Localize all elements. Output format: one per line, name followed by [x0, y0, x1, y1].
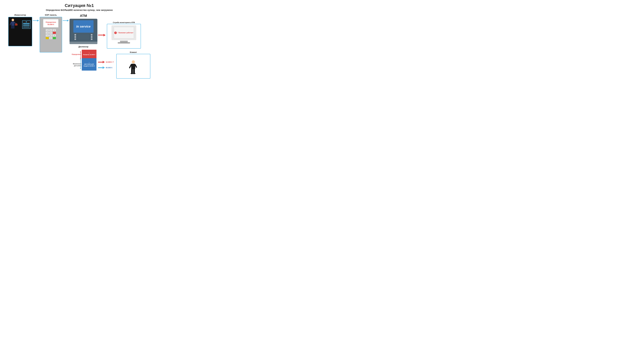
arrow-sop-to-atm [62, 19, 70, 22]
inkassator-label: Инкассатор [15, 14, 26, 16]
atm-to-monitor-row: Служба мониторинга АТМ ! ! Банкомат рабо… [98, 22, 151, 48]
right-area: Служба мониторинга АТМ ! ! Банкомат рабо… [98, 14, 151, 78]
inkassator-figure [10, 18, 18, 32]
drawer-arrow [26, 22, 27, 22]
arrow-line-blue [80, 60, 81, 68]
available-text: Доступно для выдачи 40.000 € [82, 63, 96, 67]
atm-screen: In service [73, 20, 94, 33]
monitor-screen-inner: ! ! Банкомат работает [114, 27, 134, 38]
svg-rect-2 [11, 26, 13, 29]
sop-box: Определено50.000 € 1 2 3 4 5 7 8 9 0 [40, 17, 62, 52]
dispenser-labels-col: Определено Физическидоступно [70, 50, 81, 70]
svg-rect-1 [11, 22, 15, 26]
svg-point-14 [132, 60, 135, 64]
red-amount-arrow [98, 61, 105, 63]
brace-red [80, 51, 81, 59]
sop-key-red[interactable] [53, 32, 56, 34]
client-figure [129, 60, 138, 77]
blue-amount-stem [98, 67, 103, 68]
shortage-amount-text: 10.000 € ? [106, 61, 114, 63]
available-amount-row: 40.000 € [98, 66, 114, 69]
arrow-line-red [80, 52, 81, 58]
atm-btn-l2[interactable] [75, 36, 76, 38]
brace-blue [80, 59, 81, 69]
sop-key-2[interactable]: 2 [49, 29, 52, 31]
sop-key-5[interactable]: 5 [49, 32, 52, 34]
svg-rect-17 [133, 69, 135, 74]
sop-key-8[interactable]: 8 [49, 34, 52, 36]
page-subtitle: Определено БОЛЬШЕЕ количество купюр, чем… [5, 9, 154, 11]
atm-btn-r3[interactable] [91, 38, 93, 40]
sop-key-1[interactable]: 1 [46, 29, 49, 31]
sop-screen-text: Определено50.000 € [46, 21, 56, 26]
arrow-svg-2 [63, 19, 69, 22]
main-layout: Инкассатор [5, 14, 154, 78]
arrow-inkassator-to-sop [32, 19, 40, 22]
drawer-slot-2 [23, 25, 30, 26]
monitor-alert-row: ! ! Банкомат работает [114, 32, 133, 34]
drawer-slot-3 [23, 26, 30, 28]
blue-amount-head [103, 66, 105, 69]
sop-key-7[interactable]: 7 [46, 34, 49, 36]
sop-screen: Определено50.000 € [43, 19, 59, 28]
monitor-base [118, 42, 130, 44]
sop-key-9[interactable]: 9 [53, 34, 56, 36]
atm-sides [75, 34, 93, 40]
svg-point-0 [12, 19, 14, 21]
sop-key-3[interactable]: 3 [53, 29, 56, 31]
client-box [116, 54, 150, 78]
title-section: Ситуация №1 Определено БОЛЬШЕЕ количеств… [5, 3, 154, 11]
sop-key-yellow[interactable] [46, 37, 49, 39]
sop-label: SOP панель [45, 14, 57, 16]
inkassator-box [8, 17, 32, 46]
svg-line-20 [130, 65, 131, 68]
cash-drawer [22, 20, 31, 29]
svg-point-5 [13, 28, 15, 30]
svg-point-4 [11, 28, 13, 30]
atm-center-area [77, 34, 90, 40]
exclamation-icon: ! [114, 32, 117, 34]
blue-amount-arrow [98, 66, 105, 69]
monitor-box: ! ! Банкомат работает [107, 24, 141, 48]
client-label: Клиент [116, 51, 150, 54]
dispenser-full-row: Определено Физическидоступно [70, 50, 97, 70]
monitor-col: Служба мониторинга АТМ ! ! Банкомат рабо… [107, 22, 141, 48]
atm-screen-text: In service [76, 25, 91, 28]
sop-key-0[interactable]: 0 [49, 37, 52, 39]
svg-rect-15 [131, 64, 135, 69]
svg-line-6 [10, 22, 11, 25]
arrow-down-blue [80, 68, 81, 69]
page-title: Ситуация №1 [5, 3, 154, 8]
atm-col: ATM In service [70, 14, 97, 70]
determined-label: Определено [72, 54, 81, 56]
bar-available: ! Доступно для выдачи 40.000 € [82, 58, 97, 70]
shortage-text: Нехватка 10.000 € [83, 54, 95, 56]
atm-machine: In service [70, 19, 97, 42]
sop-key-green[interactable] [53, 37, 56, 39]
available-amount-text: 40.000 € [106, 67, 112, 68]
dispenser-bars: ! Нехватка 10.000 € ! Доступно для выдач… [82, 50, 97, 70]
red-arrow-monitor [98, 34, 106, 36]
monitor-alert-text: ! Банкомат работает [118, 32, 133, 34]
arrow-svg-1 [33, 19, 39, 22]
atm-btn-l3[interactable] [75, 38, 76, 40]
sop-keypad: 1 2 3 4 5 7 8 9 0 [46, 29, 56, 39]
atm-btn-r1[interactable] [91, 34, 93, 36]
amounts-client-row: 10.000 € ? 40.000 € Клиент [98, 51, 151, 78]
atm-left-buttons [75, 34, 76, 40]
inkassator-col: Инкассатор [8, 14, 32, 46]
svg-rect-3 [13, 26, 15, 29]
exclamation-shortage: ! [89, 52, 89, 54]
svg-rect-16 [131, 69, 133, 74]
exclamation-available: ! [89, 62, 89, 63]
atm-btn-l1[interactable] [75, 34, 76, 36]
monitor-stand [120, 41, 128, 42]
red-amount-head [103, 61, 105, 63]
atm-btn-r2[interactable] [91, 36, 93, 38]
sop-col: SOP панель Определено50.000 € 1 2 3 4 5 … [40, 14, 62, 52]
sop-key-4[interactable]: 4 [46, 32, 49, 34]
dispenser-label: Диспенсер [78, 46, 88, 48]
svg-marker-11 [37, 20, 39, 22]
drawer-slot-1 [23, 23, 30, 24]
red-arrow-head [104, 34, 106, 36]
